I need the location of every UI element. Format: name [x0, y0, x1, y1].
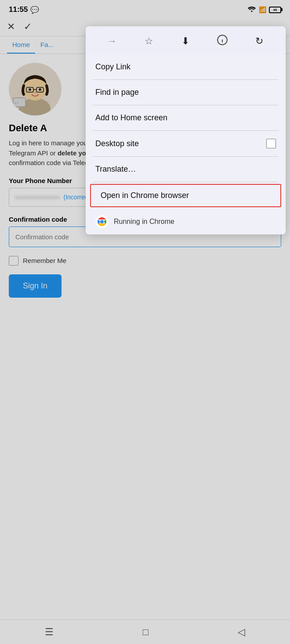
refresh-icon: ↻ [255, 36, 263, 47]
divider-5 [93, 182, 279, 182]
dropdown-menu: → ☆ ⬇ ↻ Copy Link Find in page Add to Ho… [86, 26, 286, 234]
chrome-logo [95, 215, 109, 228]
refresh-button[interactable]: ↻ [250, 32, 268, 50]
running-chrome-text: Running in Chrome [114, 218, 174, 226]
download-button[interactable]: ⬇ [177, 32, 194, 50]
open-chrome-item[interactable]: Open in Chrome browser [90, 184, 281, 207]
dropdown-icons-row: → ☆ ⬇ ↻ [86, 26, 286, 54]
running-chrome-row: Running in Chrome [86, 209, 286, 234]
info-icon [217, 34, 228, 48]
desktop-site-checkbox[interactable] [266, 139, 276, 148]
bookmark-button[interactable]: ☆ [140, 32, 158, 50]
info-button[interactable] [214, 32, 231, 50]
forward-button[interactable]: → [103, 32, 121, 50]
add-home-item[interactable]: Add to Home screen [86, 105, 286, 130]
desktop-site-label: Desktop site [95, 139, 139, 148]
svg-point-17 [100, 220, 104, 223]
find-in-page-item[interactable]: Find in page [86, 80, 286, 105]
translate-item[interactable]: Translate… [86, 157, 286, 182]
copy-link-item[interactable]: Copy Link [86, 54, 286, 79]
star-icon: ☆ [145, 36, 153, 47]
download-icon: ⬇ [181, 36, 189, 47]
forward-icon: → [107, 36, 117, 47]
desktop-site-item[interactable]: Desktop site [86, 131, 286, 156]
